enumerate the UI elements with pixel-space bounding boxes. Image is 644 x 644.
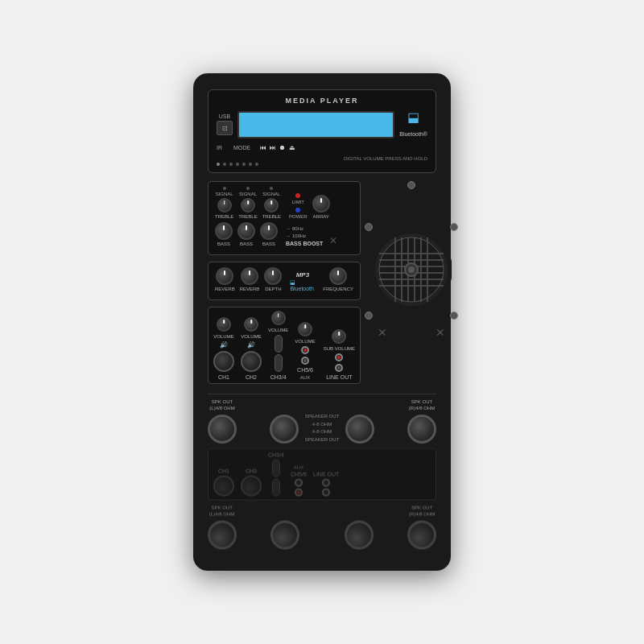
ch56-vol-knob[interactable] bbox=[298, 322, 312, 336]
freq-80hz-label: →80Hz bbox=[286, 226, 303, 231]
ch2-vol-label: VOLUME bbox=[241, 334, 261, 339]
ch3-treble-knob[interactable] bbox=[264, 198, 279, 213]
depth-label: DEPTH bbox=[265, 287, 281, 291]
array-knob[interactable] bbox=[312, 195, 330, 213]
digital-volume-label: DIGITAL VOLUME PRESS AND HOLD bbox=[344, 156, 427, 161]
ch1-vol-knob[interactable] bbox=[217, 317, 231, 332]
usb-label: USB bbox=[219, 114, 230, 119]
led-indicator-4 bbox=[236, 163, 239, 166]
screw-bl-x: ✕ bbox=[378, 326, 387, 339]
mirror-spk-right bbox=[407, 521, 436, 550]
rca-black[interactable] bbox=[301, 357, 309, 365]
ch1-bass-knob[interactable] bbox=[215, 222, 233, 240]
ch1-vol-label: VOLUME bbox=[213, 334, 233, 339]
mp3-badge: MP3 bbox=[296, 271, 309, 279]
spk-out-right: SPK OUT(R)4/8 OHM bbox=[407, 399, 436, 444]
bt-small-icon: ⬓ Bluetooth bbox=[290, 279, 315, 291]
screw-tl bbox=[407, 181, 415, 189]
signal-led-1 bbox=[223, 187, 226, 190]
spk-center-jack-1[interactable] bbox=[270, 415, 299, 444]
ch2-signal-group: SIGNAL TREBLE bbox=[238, 187, 257, 219]
mirror-ch34b bbox=[272, 460, 280, 477]
spk-divider bbox=[208, 394, 436, 394]
ch56-rca-pair bbox=[301, 346, 309, 365]
ch2-vol-knob[interactable] bbox=[244, 317, 258, 332]
rca-red[interactable] bbox=[301, 346, 309, 354]
signal-label-2: SIGNAL bbox=[239, 192, 257, 196]
fan-assembly bbox=[371, 229, 452, 313]
ch34-vol-label: VOLUME bbox=[268, 328, 288, 332]
signal-label-3: SIGNAL bbox=[262, 192, 280, 196]
treble-section: SIGNAL TREBLE SIGNAL TREBLE bbox=[208, 181, 361, 255]
spk-center-labels: SPEAKER OUT 4-8 OHM 4-8 OHM SPEAKER OUT bbox=[305, 414, 340, 444]
power-label: POWER bbox=[289, 214, 308, 219]
ch34-jack-1[interactable] bbox=[275, 335, 283, 353]
signal-led-2 bbox=[246, 187, 250, 190]
ch34-vol-knob[interactable] bbox=[271, 311, 286, 325]
frequency-label: FREQUENCY bbox=[323, 287, 353, 291]
mirror-reflection: SPK OUT(L)4/8 OHM SPK OUT(R)4/8 OHM CH1 bbox=[208, 448, 436, 550]
next-button[interactable]: ⏭ bbox=[270, 144, 276, 151]
spk-center-jack-2[interactable] bbox=[345, 415, 374, 444]
spk-right-jack[interactable] bbox=[407, 415, 436, 444]
ch1-bass-label: BASS bbox=[217, 242, 230, 246]
ch1-label: CH1 bbox=[218, 374, 229, 380]
ch56-label: CH5/6 bbox=[297, 367, 313, 373]
ch2-bass-group: BASS bbox=[237, 222, 255, 246]
ch3-bass-group: BASS bbox=[260, 222, 278, 246]
reverb-section: REVERB REVERB DEPTH MP3 ⬓ Bluetooth bbox=[208, 262, 361, 300]
ch2-treble-knob[interactable] bbox=[241, 198, 255, 213]
lineout-sub-vol-knob[interactable] bbox=[332, 329, 346, 344]
screw-top: ✕ bbox=[329, 235, 337, 246]
ch1-jack[interactable] bbox=[213, 351, 234, 372]
ch3-bass-knob[interactable] bbox=[260, 222, 278, 240]
reverb2-label: REVERB bbox=[240, 287, 260, 291]
array-label: ARRAY bbox=[313, 214, 329, 219]
spk-left-jack[interactable] bbox=[208, 415, 237, 444]
speaker-out-label2: 4-8 OHM bbox=[312, 422, 332, 428]
bluetooth-text: Bluetooth® bbox=[399, 131, 427, 137]
fan-screw-br bbox=[450, 312, 458, 320]
ch56-vol-label: VOLUME bbox=[295, 339, 315, 344]
signal-led-3 bbox=[270, 187, 273, 190]
array-group: ARRAY bbox=[312, 195, 330, 219]
freq-100hz-label: →100Hz bbox=[286, 233, 306, 238]
device-panel: MEDIA PLAYER USB ⊡ ⬓ Bluetooth® IR MODE … bbox=[193, 73, 451, 570]
play-button[interactable]: ⏺ bbox=[279, 144, 286, 151]
frequency-knob[interactable] bbox=[329, 267, 347, 285]
ch1-treble-knob[interactable] bbox=[217, 198, 232, 213]
ch2-treble-label: TREBLE bbox=[238, 214, 257, 219]
spk-center-jacks: SPEAKER OUT 4-8 OHM 4-8 OHM SPEAKER OUT bbox=[270, 399, 375, 444]
ch34-jack-2[interactable] bbox=[275, 354, 283, 372]
media-player-section: MEDIA PLAYER USB ⊡ ⬓ Bluetooth® IR MODE … bbox=[208, 89, 436, 173]
lcd-screen bbox=[237, 111, 394, 138]
lineout-rca-l[interactable] bbox=[335, 364, 343, 372]
fan-section: ✕ ✕ bbox=[367, 181, 456, 389]
mirror-spk-left bbox=[208, 521, 237, 550]
mode-label: MODE bbox=[233, 145, 250, 151]
ch2-jack[interactable] bbox=[241, 351, 262, 372]
spk-out-right-label: SPK OUT(R)4/8 OHM bbox=[409, 399, 435, 412]
prev-button[interactable]: ⏮ bbox=[260, 144, 266, 151]
ch1-bass-group: BASS bbox=[215, 222, 233, 246]
fan-screw-tr bbox=[450, 223, 458, 231]
mirror-jack-2 bbox=[345, 521, 374, 550]
bluetooth-area: ⬓ Bluetooth® bbox=[399, 109, 427, 139]
depth-knob[interactable] bbox=[264, 267, 282, 285]
mirror-ch34a bbox=[272, 479, 280, 497]
reverb1-knob[interactable] bbox=[216, 267, 233, 285]
reverb1-label: REVERB bbox=[215, 287, 235, 291]
led-indicator-6 bbox=[249, 163, 252, 166]
fan-grill-svg bbox=[371, 229, 452, 310]
lineout-rca-r[interactable] bbox=[335, 353, 343, 361]
speaker-icon-1: 🔊 bbox=[220, 341, 228, 349]
depth-group: DEPTH bbox=[264, 267, 282, 291]
screw-br-x: ✕ bbox=[436, 326, 445, 339]
usb-icon: ⊡ bbox=[217, 121, 233, 135]
eject-button[interactable]: ⏏ bbox=[289, 144, 295, 151]
ch2-bass-knob[interactable] bbox=[237, 222, 255, 240]
sub-vol-label: SUB VOLUME bbox=[324, 346, 355, 351]
reverb2-knob[interactable] bbox=[241, 267, 258, 285]
aux-label: AUX bbox=[300, 375, 310, 380]
mirror-ch1 bbox=[213, 476, 234, 497]
